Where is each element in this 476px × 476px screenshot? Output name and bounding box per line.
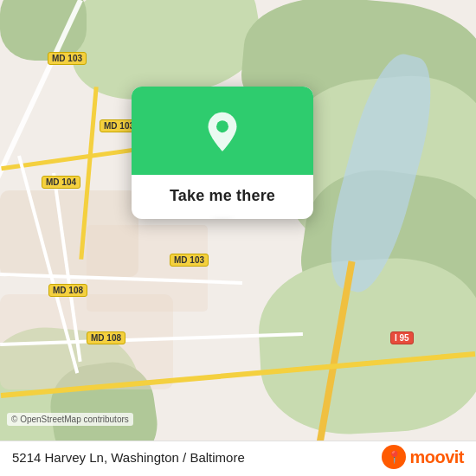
label-md103-lower: MD 103: [170, 254, 209, 267]
moovit-text: moovit: [409, 447, 464, 467]
urban-3: [87, 225, 208, 312]
label-md108-2: MD 108: [87, 331, 125, 344]
svg-point-0: [216, 120, 228, 132]
map-container: MD 103 MD 103 MD 104 MD 103 MD 108 MD 10…: [0, 0, 476, 476]
label-md103-top: MD 103: [48, 52, 87, 65]
take-me-there-button[interactable]: Take me there: [152, 175, 293, 219]
location-pin-icon: [200, 111, 245, 156]
moovit-logo: moovit: [382, 445, 464, 469]
moovit-icon: [382, 445, 406, 469]
address-text: 5214 Harvey Ln, Washington / Baltimore: [12, 450, 245, 465]
map-attribution: © OpenStreetMap contributors: [7, 413, 133, 426]
label-md104: MD 104: [42, 176, 80, 189]
popup-card: Take me there: [132, 87, 313, 219]
label-md108-1: MD 108: [48, 284, 87, 297]
label-i95: I 95: [390, 331, 414, 344]
popup-icon-area: [132, 87, 313, 175]
bottom-bar: 5214 Harvey Ln, Washington / Baltimore m…: [0, 441, 476, 476]
